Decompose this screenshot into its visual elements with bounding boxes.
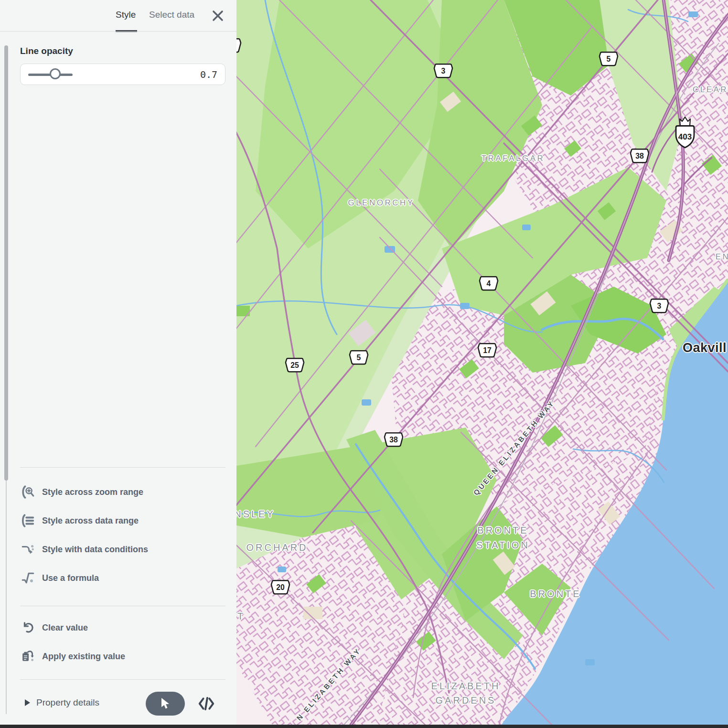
road-label: N ELIZABETH WAY bbox=[295, 646, 362, 722]
panel-header: Style Select data bbox=[0, 0, 236, 32]
svg-text:5: 5 bbox=[357, 353, 361, 362]
zoom-range-icon bbox=[21, 485, 35, 499]
regional-road-shield: 25 bbox=[285, 356, 305, 376]
style-panel: Style Select data Line opacity 0.7 Style… bbox=[0, 0, 236, 725]
svg-text:4: 4 bbox=[487, 279, 491, 288]
triangle-right-icon bbox=[25, 699, 30, 706]
close-icon[interactable] bbox=[211, 9, 225, 22]
apply-value-icon bbox=[21, 650, 35, 663]
code-view-button[interactable] bbox=[198, 696, 214, 711]
place-label: GLENORCHY bbox=[348, 198, 414, 208]
slider-value: 0.7 bbox=[200, 69, 217, 80]
svg-text:20: 20 bbox=[276, 583, 285, 591]
details-label: Property details bbox=[36, 697, 99, 708]
place-label: CLEAR bbox=[693, 85, 728, 95]
menu-use-a-formula[interactable]: Use a formula bbox=[20, 567, 225, 589]
bottom-bar bbox=[0, 725, 728, 728]
regional-road-shield: 5 bbox=[349, 349, 369, 368]
highway-shield: 403 bbox=[672, 116, 698, 153]
regional-road-shield: 3 bbox=[649, 297, 669, 317]
action-clear-value[interactable]: Clear value bbox=[20, 617, 225, 638]
action-label: Apply existing value bbox=[42, 652, 125, 662]
slider-thumb[interactable] bbox=[50, 68, 61, 79]
property-title: Line opacity bbox=[20, 46, 73, 56]
map-canvas[interactable]: TRAFALGARGLENORCHYCLEARENOakvillBRONTEST… bbox=[236, 0, 728, 725]
cursor-icon bbox=[160, 698, 171, 709]
place-label: BRONTE bbox=[530, 589, 581, 600]
road-label: QUEEN ELIZABETH WAY bbox=[472, 398, 557, 497]
svg-text:38: 38 bbox=[389, 436, 398, 444]
menu-label: Style across zoom range bbox=[42, 487, 143, 497]
place-label: NSLEY bbox=[236, 509, 275, 520]
menu-style-across-data-range[interactable]: Style across data range bbox=[20, 510, 225, 531]
property-details-toggle[interactable]: Property details bbox=[25, 697, 99, 708]
divider bbox=[20, 467, 225, 468]
menu-label: Use a formula bbox=[42, 573, 99, 583]
svg-text:3: 3 bbox=[657, 302, 662, 310]
menu-style-across-zoom-range[interactable]: Style across zoom range bbox=[20, 482, 225, 503]
regional-road-shield: 3 bbox=[433, 62, 453, 82]
divider bbox=[20, 606, 225, 606]
data-conditions-icon bbox=[21, 543, 35, 556]
clear-value-icon bbox=[21, 621, 35, 634]
line-opacity-slider[interactable]: 0.7 bbox=[20, 64, 225, 85]
place-label: TRAFALGAR bbox=[482, 154, 545, 163]
regional-road-shield: 4 bbox=[479, 275, 499, 294]
regional-road-shield: 17 bbox=[477, 342, 497, 361]
svg-text:403: 403 bbox=[678, 132, 692, 141]
regional-road-shield: 20 bbox=[270, 578, 290, 598]
place-label: ELIZABETH bbox=[431, 681, 501, 692]
tab-select-data[interactable]: Select data bbox=[149, 10, 194, 20]
tab-style[interactable]: Style bbox=[116, 10, 136, 20]
pointer-mode-button[interactable] bbox=[146, 692, 185, 716]
place-label: GARDENS bbox=[436, 695, 496, 706]
regional-road-shield: 38 bbox=[630, 147, 650, 167]
svg-text:17: 17 bbox=[483, 346, 492, 354]
svg-text:5: 5 bbox=[607, 55, 611, 63]
regional-road-shield: 5 bbox=[599, 50, 619, 70]
menu-label: Style with data conditions bbox=[42, 545, 148, 555]
formula-icon bbox=[21, 571, 35, 585]
place-label: STATION bbox=[476, 540, 530, 551]
svg-text:38: 38 bbox=[635, 152, 644, 160]
regional-road-shield bbox=[236, 37, 242, 56]
menu-label: Style across data range bbox=[42, 516, 139, 526]
divider bbox=[20, 679, 225, 680]
place-label: BRONTE bbox=[477, 525, 528, 536]
place-label: ORCHARD bbox=[246, 542, 308, 553]
city-label: Oakvill bbox=[683, 341, 727, 355]
action-apply-existing-value[interactable]: Apply existing value bbox=[20, 646, 225, 667]
place-label: EN bbox=[716, 252, 728, 262]
data-range-icon bbox=[21, 514, 35, 527]
panel-scroll-thumb[interactable] bbox=[4, 45, 8, 481]
svg-text:3: 3 bbox=[441, 67, 446, 75]
menu-style-with-data-conditions[interactable]: Style with data conditions bbox=[20, 539, 225, 560]
place-label: T bbox=[237, 611, 245, 622]
regional-road-shield: 38 bbox=[384, 431, 404, 450]
panel-footer: Property details bbox=[20, 692, 225, 716]
map-overlay: TRAFALGARGLENORCHYCLEARENOakvillBRONTEST… bbox=[236, 0, 728, 725]
action-label: Clear value bbox=[42, 623, 88, 633]
header-divider bbox=[0, 31, 236, 32]
svg-text:25: 25 bbox=[290, 361, 299, 369]
